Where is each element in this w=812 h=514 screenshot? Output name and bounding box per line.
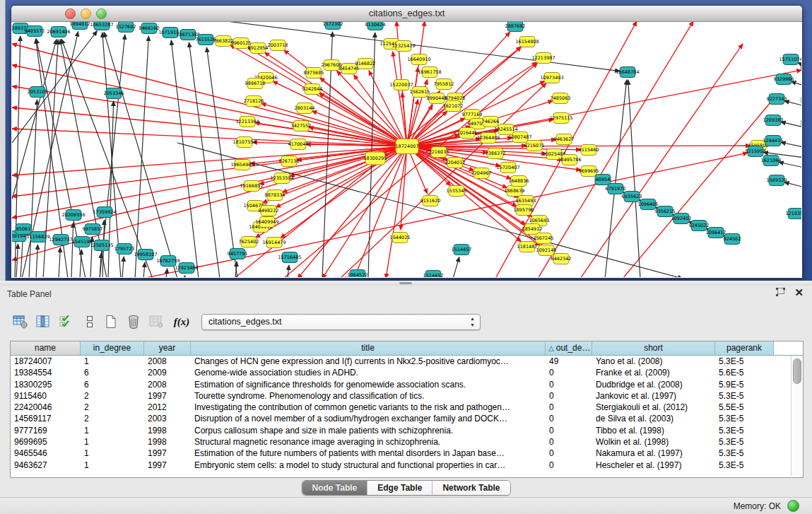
table-cell[interactable]: Estimation of the future numbers of pati… xyxy=(191,448,546,459)
graph-node[interactable]: 1894012 xyxy=(70,22,90,30)
table-cell[interactable]: 1997 xyxy=(144,390,191,402)
graph-node[interactable]: 2003718 xyxy=(268,40,288,51)
graph-node[interactable]: 2053103 xyxy=(28,87,48,98)
column-header-outde[interactable]: △out_de… xyxy=(546,341,592,355)
graph-node[interactable]: 1096405 xyxy=(638,199,659,210)
table-cell[interactable]: 2008 xyxy=(144,356,191,367)
table-cell[interactable]: 1 xyxy=(81,460,144,471)
graph-node[interactable]: 1535345 xyxy=(447,186,467,197)
column-header-pagerank[interactable]: pagerank xyxy=(715,341,774,355)
tab-node-table[interactable]: Node Table xyxy=(302,481,367,495)
table-cell[interactable]: 9465546 xyxy=(11,448,81,459)
table-cell[interactable]: 0 xyxy=(546,413,592,424)
table-cell[interactable]: 22420046 xyxy=(11,402,81,413)
graph-node[interactable]: 8975685 xyxy=(304,68,324,78)
table-cell[interactable]: 2 xyxy=(81,402,144,413)
graph-node[interactable]: 12975115 xyxy=(549,113,572,124)
table-cell[interactable]: Dudbridge et al. (2008) xyxy=(592,379,715,390)
graph-node[interactable]: 1092402 xyxy=(671,214,692,224)
graph-node[interactable]: 12213987 xyxy=(531,53,555,64)
graph-node[interactable]: 1544025 xyxy=(390,233,411,243)
graph-node[interactable]: 16782759 xyxy=(156,256,180,267)
table-cell[interactable]: Tibbo et al. (1998) xyxy=(592,425,715,436)
vertical-scrollbar[interactable] xyxy=(791,356,802,476)
table-cell[interactable]: Jankovic et al. (1997) xyxy=(592,390,715,402)
graph-node[interactable]: 18300295 xyxy=(363,152,387,165)
graph-node[interactable]: 12213394 xyxy=(235,117,259,127)
graph-node[interactable]: 20691406 xyxy=(47,27,70,37)
table-cell[interactable]: 9699695 xyxy=(11,436,81,448)
table-row[interactable]: 1456911722003Disruption of a novel membe… xyxy=(11,413,803,424)
graph-node[interactable]: 6216071 xyxy=(524,141,545,151)
graph-node[interactable]: 1016446 xyxy=(457,128,478,139)
table-row[interactable]: 911546021997Tourette syndrome. Phenomeno… xyxy=(11,390,803,402)
table-row[interactable]: 946554611997Estimation of the future num… xyxy=(11,448,803,459)
graph-node[interactable]: 7204967 xyxy=(471,168,492,179)
graph-node[interactable]: 9498222 xyxy=(259,206,279,216)
table-cell[interactable]: 0 xyxy=(546,436,592,448)
graph-node[interactable]: 9329966 xyxy=(774,74,794,85)
table-cell[interactable]: 2008 xyxy=(144,379,191,390)
graph-node[interactable]: 912954 xyxy=(801,64,801,74)
graph-node[interactable]: 10653287 xyxy=(90,22,113,30)
graph-node[interactable]: 2053346 xyxy=(104,88,124,99)
table-row[interactable]: 977716911998Corpus callosum shape and si… xyxy=(11,425,803,436)
table-cell[interactable]: 0 xyxy=(546,448,592,459)
table-selector-dropdown[interactable]: citations_edges.txt ▲▼ xyxy=(201,314,481,330)
network-window-titlebar[interactable]: citations_edges.txt xyxy=(11,6,802,22)
graph-node[interactable]: 1514452 xyxy=(423,271,444,278)
graph-node[interactable]: 9242844 xyxy=(302,84,323,95)
graph-node[interactable]: 16640910 xyxy=(407,54,430,65)
table-cell[interactable]: 5.3E-5 xyxy=(715,356,774,367)
graph-node[interactable]: 8215953 xyxy=(746,146,766,157)
table-cell[interactable]: Genome-wide association studies in ADHD. xyxy=(191,367,546,378)
new-table-button[interactable] xyxy=(102,313,120,331)
graph-node[interactable]: 1514457 xyxy=(452,245,472,255)
table-cell[interactable]: Nakamura et al. (1997) xyxy=(592,448,715,459)
graph-node[interactable]: 85061 xyxy=(16,224,31,235)
graph-node[interactable]: 18724007 xyxy=(395,139,418,154)
graph-node[interactable]: 114573 xyxy=(801,95,801,106)
graph-node[interactable]: 9896710 xyxy=(245,78,266,89)
graph-node[interactable]: 12505135 xyxy=(90,240,113,251)
table-cell[interactable]: 2 xyxy=(81,390,144,402)
table-cell[interactable]: 1997 xyxy=(144,448,191,459)
table-cell[interactable]: 19384554 xyxy=(11,367,81,378)
table-cell[interactable]: Wolkin et al. (1998) xyxy=(592,436,715,448)
column-header-indegree[interactable]: in_degree xyxy=(81,341,144,355)
graph-node[interactable]: 9405572 xyxy=(25,26,45,37)
table-cell[interactable]: 5.3E-5 xyxy=(715,425,774,436)
graph-node[interactable]: 2718126 xyxy=(244,96,264,107)
select-rows-button[interactable] xyxy=(57,313,75,331)
table-cell[interactable]: 9777169 xyxy=(11,425,81,436)
graph-node[interactable]: 9245022 xyxy=(689,221,710,231)
table-cell[interactable]: 0 xyxy=(546,460,592,471)
table-row[interactable]: 2242004622012Investigating the contribut… xyxy=(11,402,803,413)
graph-node[interactable]: 15220037 xyxy=(389,80,413,90)
graph-node[interactable]: 1092145 xyxy=(536,245,557,256)
table-cell[interactable]: 9115460 xyxy=(11,390,81,402)
graph-node[interactable]: 1181487 xyxy=(517,242,538,252)
graph-node[interactable]: 15716485 xyxy=(278,252,301,263)
graph-node[interactable]: 9457791 xyxy=(228,249,248,259)
table-cell[interactable]: 1998 xyxy=(144,425,191,436)
graph-node[interactable]: 12923468 xyxy=(175,263,198,274)
graph-node[interactable]: 1527602 xyxy=(116,22,136,33)
table-cell[interactable]: 1 xyxy=(81,436,144,448)
table-cell[interactable]: 6 xyxy=(81,379,144,390)
table-cell[interactable]: Yano et al. (2008) xyxy=(592,356,715,367)
graph-node[interactable]: 9115460 xyxy=(579,145,599,156)
table-cell[interactable]: 5.3E-5 xyxy=(715,390,774,402)
graph-node[interactable]: 1567245 xyxy=(534,233,554,244)
delete-table-button[interactable] xyxy=(124,313,143,331)
table-cell[interactable]: Tourette syndrome. Phenomenology and cla… xyxy=(191,390,546,402)
table-cell[interactable]: 5.3E-5 xyxy=(715,413,774,424)
graph-node[interactable]: 7955812 xyxy=(434,79,454,90)
graph-node[interactable]: 20206556 xyxy=(61,210,85,221)
graph-node[interactable]: 7625402 xyxy=(239,237,259,247)
graph-node[interactable]: 9227343 xyxy=(767,94,787,105)
table-cell[interactable]: 5.6E-5 xyxy=(715,367,774,378)
table-cell[interactable]: 2003 xyxy=(144,413,191,424)
graph-node[interactable]: 16154808 xyxy=(515,37,539,47)
graph-node[interactable]: 9356215 xyxy=(655,206,676,217)
